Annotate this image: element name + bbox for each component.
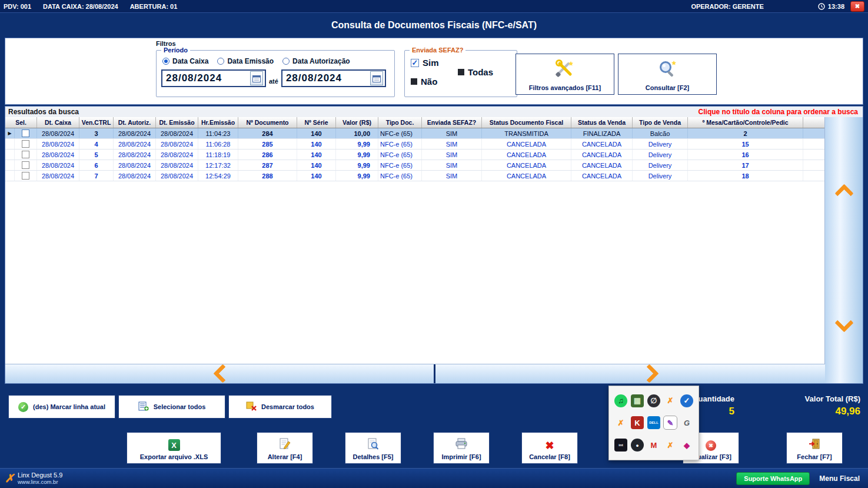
date-to-input[interactable]: 28/08/2024 (281, 69, 386, 87)
export-xls-button[interactable]: Exportar arquivo .XLS (127, 432, 221, 464)
table-cell: 2 (688, 128, 803, 138)
menu-fiscal-button[interactable]: Menu Fiscal (819, 474, 860, 483)
column-header[interactable]: Hr.Emissão (198, 117, 238, 128)
checkbox-nao[interactable]: Não (411, 77, 437, 87)
app-window: PDV: 001 DATA CAIXA: 28/08/2024 ABERTURA… (0, 0, 868, 488)
column-header[interactable]: Valor (R$) (336, 117, 378, 128)
column-header[interactable]: Dt. Caixa (37, 117, 79, 128)
tray-icon-k-app[interactable]: K (631, 416, 644, 429)
advanced-filters-button[interactable]: Filtros avançados [F11] (516, 54, 614, 95)
tray-icon-dell[interactable]: DELL (647, 416, 660, 429)
scroll-down-button[interactable] (834, 313, 854, 333)
table-row[interactable]: ▶28/08/2024328/08/202428/08/202411:04:23… (5, 128, 824, 139)
cancel-button[interactable]: Cancelar [F8] (521, 432, 578, 464)
app-website: www.linx.com.br (18, 479, 62, 486)
close-screen-button[interactable]: Fechar [F7] (786, 432, 843, 464)
hscroll-right-pane (435, 364, 825, 383)
table-cell: 7 (79, 171, 114, 181)
tray-icon-m-app[interactable]: M (647, 439, 660, 452)
vertical-scrollbar[interactable] (825, 117, 863, 383)
alter-button[interactable]: Alterar [F4] (257, 432, 313, 464)
table-cell: 28/08/2024 (37, 171, 79, 181)
column-header[interactable]: Nº Série (297, 117, 336, 128)
time-label: 13:38 (828, 3, 844, 10)
tray-icon-dark-circle[interactable]: • (631, 439, 644, 452)
clock-icon (818, 3, 825, 10)
table-cell: 9,99 (336, 171, 378, 181)
tray-icon-g-app[interactable]: G (680, 416, 693, 429)
tray-icon-green-app[interactable]: ▦ (631, 394, 644, 407)
table-cell: CANCELADA (482, 150, 571, 160)
column-header[interactable]: Status Documento Fiscal (482, 117, 571, 128)
table-row[interactable]: 28/08/2024428/08/202428/08/202411:06:282… (5, 139, 824, 150)
date-range-row: 28/08/2024 até 28/08/2024 (157, 65, 394, 87)
total-value: 49,96 (754, 406, 860, 417)
tray-icon-linx-1[interactable]: ✗ (664, 394, 677, 407)
table-cell: 140 (297, 150, 336, 160)
results-header-strip: Resultados da busca Clique no título da … (5, 107, 863, 117)
radio-data-caixa[interactable]: Data Caixa (162, 57, 208, 65)
column-header[interactable]: Sel. (5, 117, 37, 128)
table-cell: 28/08/2024 (114, 171, 156, 181)
row-select-checkbox[interactable] (15, 171, 37, 181)
checkbox-sim[interactable]: Sim (411, 58, 439, 68)
tray-icon-pen[interactable]: ✎ (664, 416, 677, 429)
table-cell: 5 (79, 150, 114, 160)
column-header[interactable]: Tipo Doc. (378, 117, 422, 128)
tray-icon-shield[interactable]: ✓ (680, 394, 693, 407)
row-select-checkbox[interactable] (15, 139, 37, 149)
select-all-button[interactable]: Selecionar todos (118, 395, 225, 419)
table-cell: CANCELADA (571, 150, 633, 160)
toggle-current-row-button[interactable]: (des) Marcar linha atual (8, 395, 115, 419)
search-icon (657, 54, 677, 82)
radio-data-emissao[interactable]: Data Emissão (217, 57, 274, 65)
close-button[interactable] (850, 1, 864, 12)
table-cell: 12:54:29 (198, 171, 238, 181)
tray-icon-int[interactable]: int (614, 439, 627, 452)
table-row[interactable]: 28/08/2024628/08/202428/08/202412:17:322… (5, 160, 824, 171)
tray-icon-linx-2[interactable]: ✗ (614, 416, 627, 429)
calendar-button-from[interactable] (250, 71, 263, 85)
table-row[interactable]: 28/08/2024728/08/202428/08/202412:54:292… (5, 171, 824, 181)
tray-icon-magenta[interactable]: ◆ (680, 439, 693, 452)
column-header[interactable]: Ven.CTRL (79, 117, 114, 128)
table-cell: CANCELADA (571, 160, 633, 170)
tray-icon-linx-3[interactable]: ✗ (664, 439, 677, 452)
tray-icon-no-entry[interactable]: ∅ (647, 394, 660, 407)
column-header[interactable]: Dt. Autoriz. (114, 117, 156, 128)
row-select-checkbox[interactable] (15, 150, 37, 160)
column-header[interactable]: Status da Venda (571, 117, 633, 128)
total-label: Valor Total (R$) (754, 394, 860, 403)
calendar-button-to[interactable] (370, 71, 383, 85)
current-row-marker (5, 139, 15, 149)
row-select-checkbox[interactable] (15, 160, 37, 170)
table-cell: 11:04:23 (198, 128, 238, 138)
whatsapp-support-button[interactable]: Suporte WhatsApp (736, 472, 810, 485)
scroll-left-button[interactable] (213, 364, 232, 383)
checkbox-todas[interactable]: Todas (458, 67, 493, 77)
horizontal-scrollbar[interactable] (5, 364, 825, 383)
consult-button[interactable]: Consultar [F2] (618, 54, 717, 95)
table-cell: Delivery (633, 139, 688, 149)
tray-icon-spotify[interactable]: ♫ (614, 394, 627, 407)
row-select-checkbox[interactable] (15, 128, 37, 138)
radio-data-autorizacao[interactable]: Data Autorização (282, 57, 350, 65)
scroll-up-button[interactable] (834, 184, 854, 203)
column-header[interactable]: Nº Documento (238, 117, 297, 128)
column-header[interactable]: Enviada SEFAZ? (422, 117, 482, 128)
table-cell: 284 (238, 128, 297, 138)
table-row[interactable]: 28/08/2024528/08/202428/08/202411:18:192… (5, 150, 824, 160)
print-button[interactable]: Imprimir [F6] (433, 432, 490, 464)
table-cell: SIM (422, 128, 482, 138)
select-all-label: Selecionar todos (154, 403, 206, 410)
column-header[interactable]: Tipo de Venda (633, 117, 688, 128)
scroll-right-button[interactable] (640, 364, 659, 383)
unselect-all-button[interactable]: Desmarcar todos (228, 395, 332, 419)
date-from-input[interactable]: 28/08/2024 (161, 69, 266, 87)
details-button[interactable]: Detalhes [F5] (345, 432, 401, 464)
exit-door-icon (809, 438, 820, 451)
column-header[interactable]: Dt. Emissão (156, 117, 198, 128)
operador-label: OPERADOR: GERENTE (691, 3, 763, 10)
unselect-all-icon (246, 401, 257, 412)
column-header[interactable]: º Mesa/Cartão/Controle/Pedic (688, 117, 803, 128)
